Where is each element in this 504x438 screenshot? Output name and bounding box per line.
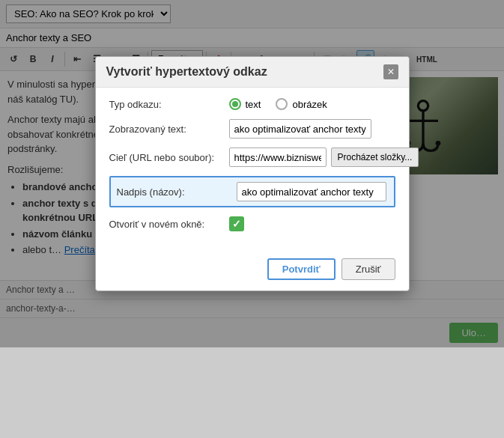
editor-container: SEO: Ako na SEO? Krok po kroku ↺ B I ⇤ ☰… — [0, 0, 504, 347]
ciel-controls: Procházet složky... — [229, 147, 419, 167]
zobrazovany-text-controls — [229, 119, 395, 139]
confirm-button[interactable]: Potvrdiť — [267, 258, 336, 280]
modal-title: Vytvoriť hypertextový odkaz — [106, 65, 267, 79]
zobrazovany-text-label: Zobrazovaný text: — [109, 124, 229, 135]
browse-button[interactable]: Procházet složky... — [331, 147, 419, 167]
zobrazovany-text-row: Zobrazovaný text: — [109, 119, 395, 139]
nadpis-row: Nadpis (názov): — [109, 176, 395, 207]
radio-text-label: text — [246, 99, 261, 110]
otvorit-label: Otvoriť v novém okně: — [109, 219, 229, 230]
hyperlink-modal: Vytvoriť hypertextový odkaz ✕ Typ odkazu… — [95, 56, 410, 291]
nadpis-label: Nadpis (názov): — [117, 186, 237, 198]
otvorit-row: Otvoriť v novém okně: ✓ — [109, 216, 395, 231]
modal-header: Vytvoriť hypertextový odkaz ✕ — [96, 57, 409, 88]
modal-overlay: Vytvoriť hypertextový odkaz ✕ Typ odkazu… — [0, 0, 504, 347]
typ-odkazu-row: Typ odkazu: text obrázek — [109, 98, 395, 110]
ciel-label: Cieľ (URL nebo soubor): — [109, 152, 229, 163]
radio-text-circle[interactable] — [229, 98, 241, 110]
radio-text-dot — [232, 101, 238, 107]
ciel-input[interactable] — [229, 147, 327, 167]
cancel-button[interactable]: Zrušiť — [341, 258, 395, 280]
radio-text-option[interactable]: text — [229, 98, 261, 110]
typ-odkazu-label: Typ odkazu: — [109, 99, 229, 110]
modal-close-button[interactable]: ✕ — [383, 64, 398, 79]
modal-footer: Potvrdiť Zrušiť — [96, 252, 409, 291]
modal-body: Typ odkazu: text obrázek — [96, 88, 409, 252]
radio-group: text obrázek — [229, 98, 395, 110]
radio-image-circle[interactable] — [276, 98, 288, 110]
radio-image-option[interactable]: obrázek — [276, 98, 327, 110]
ciel-row: Cieľ (URL nebo soubor): Procházet složky… — [109, 147, 395, 167]
nadpis-input[interactable] — [237, 182, 386, 201]
zobrazovany-text-input[interactable] — [229, 119, 371, 139]
radio-image-label: obrázek — [292, 99, 327, 110]
checkmark-icon: ✓ — [232, 218, 241, 230]
otvorit-checkbox[interactable]: ✓ — [229, 216, 244, 231]
